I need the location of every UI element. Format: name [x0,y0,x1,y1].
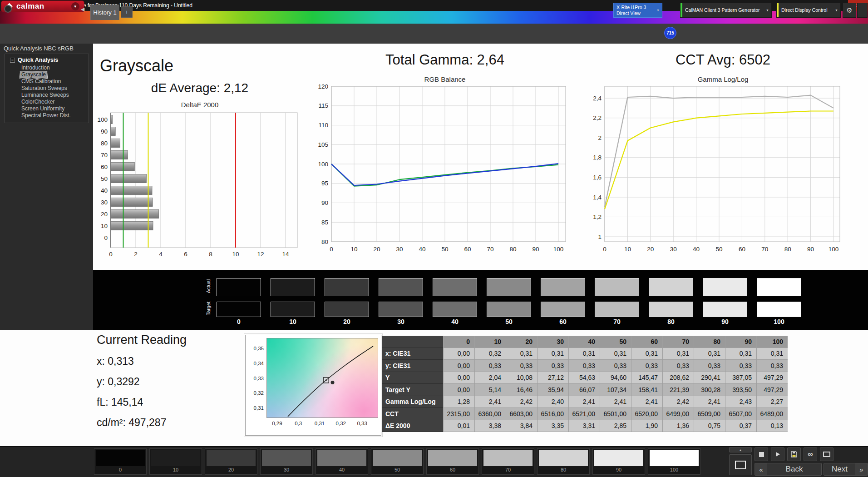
target-swatch-30 [379,302,423,317]
pattern-button-60[interactable]: 60 [426,448,479,475]
tree-collapse-icon[interactable]: − [10,58,15,63]
current-reading-value: y: 0,3292 [97,376,187,388]
table-header-cell: 60 [631,336,662,348]
next-button[interactable]: Next » [824,463,868,476]
add-tab-button[interactable]: + [121,6,133,18]
sidebar-item-luminance-sweeps[interactable]: Luminance Sweeps [20,92,70,99]
svg-text:80: 80 [101,140,108,147]
calman-menu-button[interactable]: calman ▼ [1,0,84,12]
table-cell: 10,08 [506,372,537,384]
svg-text:60: 60 [101,164,108,170]
display-control-button[interactable]: Direct Display Control ▼ [776,3,841,18]
pattern-button-0[interactable]: 0 [94,448,147,475]
sidebar-item-grayscale[interactable]: Grayscale [20,71,47,78]
sidebar-item-introduction[interactable]: Introduction [20,65,51,71]
target-swatch-70 [595,302,639,317]
svg-text:120: 120 [318,84,328,90]
svg-text:1,2: 1,2 [593,214,602,220]
rgb-chart-title: RGB Balance [313,71,577,84]
meter-button[interactable]: X-Rite i1Pro 3 Direct View ▼ [613,3,662,18]
table-cell: 54,63 [568,372,600,384]
tab-history-1[interactable]: History 1 [90,5,119,20]
sidebar-item-saturation-sweeps[interactable]: Saturation Sweeps [20,85,69,92]
svg-text:1: 1 [598,234,602,240]
panel-toggle-button[interactable] [857,3,868,18]
svg-text:0: 0 [330,246,333,253]
table-header-cell: 50 [600,336,631,348]
table-cell: 2,42 [506,396,537,408]
actual-swatch-80 [649,278,693,296]
table-cell: 2,40 [537,396,568,408]
pattern-button-50[interactable]: 50 [371,448,424,475]
svg-text:40: 40 [419,246,425,253]
pattern-label: 50 [395,467,400,472]
svg-text:10: 10 [232,251,239,258]
pattern-button-30[interactable]: 30 [260,448,313,475]
table-cell: 0,01 [443,420,474,432]
pattern-button-80[interactable]: 80 [537,448,590,475]
sidebar-item-cms-calibration[interactable]: CMS Calibration [20,78,62,85]
save-button[interactable] [787,447,801,461]
actual-swatch-100 [757,278,801,296]
display-toggle-button[interactable] [820,447,833,461]
sidebar-collapse-button[interactable]: ◀ [78,5,87,14]
cie-x-tick: 0,3 [288,421,308,426]
svg-text:80: 80 [784,246,791,253]
link-button[interactable]: ∞ [804,447,817,461]
target-swatch-60 [541,302,585,317]
pattern-button-90[interactable]: 90 [592,448,645,475]
pattern-button-70[interactable]: 70 [482,448,534,475]
table-cell: 2,41 [568,396,600,408]
table-cell: 0,00 [443,384,474,396]
table-row-label: Y [382,372,443,384]
table-cell: 497,29 [756,372,788,384]
svg-text:20: 20 [647,246,654,253]
table-header-cell: 100 [756,336,788,348]
sidebar-item-screen-uniformity[interactable]: Screen Uniformity [20,105,66,112]
table-cell: 0,33 [568,360,600,372]
table-cell: 2,41 [474,396,506,408]
nav-menu-button[interactable] [4,5,12,13]
pattern-button-40[interactable]: 40 [316,448,368,475]
pattern-button-100[interactable]: 100 [648,448,700,475]
back-button[interactable]: « Back [755,463,822,476]
stop-button[interactable] [755,447,768,461]
pattern-generator-button[interactable]: CalMAN Client 3 Pattern Generator ▼ [680,3,772,18]
table-cell: 0,00 [443,372,474,384]
sidebar-item-colorchecker[interactable]: ColorChecker [20,99,56,105]
collapse-bar-button[interactable]: ▲ [729,447,752,452]
pattern-button-20[interactable]: 20 [205,448,257,475]
table-cell: 6521,00 [568,408,600,420]
current-reading-panel: Current Reading x: 0,313y: 0,3292fL: 145… [97,333,187,429]
sidebar-item-spectral-power-dist-[interactable]: Spectral Power Dist. [20,112,72,119]
pattern-window-button[interactable] [729,454,752,475]
svg-text:60: 60 [464,246,471,253]
gamma-chart-title: Gamma Log/Log [586,71,860,84]
calman-window: Calman 2025 Calman Ultimate for Business… [0,0,868,477]
pattern-swatch [96,450,145,466]
tree-root-quick-analysis[interactable]: − Quick Analysis [6,56,87,65]
svg-text:8: 8 [209,251,212,258]
target-swatch-20 [325,302,369,317]
table-cell: 5,14 [474,384,506,396]
play-button[interactable] [771,447,784,461]
cie-chart-panel[interactable]: 0,350,340,330,320,310,290,30,310,320,33 [245,335,381,436]
settings-button[interactable]: ⚙ [843,3,856,18]
svg-text:2,4: 2,4 [593,95,602,102]
table-cell: 0,32 [474,348,506,360]
current-reading-value: x: 0,313 [97,355,187,368]
table-cell: 2,43 [725,396,756,408]
current-reading-title: Current Reading [97,333,187,347]
svg-text:1,4: 1,4 [593,194,602,201]
table-cell: 158,41 [631,384,662,396]
pattern-swatch [317,450,366,466]
svg-text:95: 95 [321,180,328,187]
cie-y-tick: 0,33 [247,376,264,381]
table-cell: 0,33 [474,360,506,372]
pattern-button-10[interactable]: 10 [149,448,202,475]
table-cell: 221,39 [662,384,694,396]
svg-text:50: 50 [101,175,108,182]
pattern-swatch [373,450,422,466]
gamma-chart: Gamma Log/Log 11,21,41,61,822,22,4010203… [586,71,860,257]
svg-text:70: 70 [487,246,493,253]
